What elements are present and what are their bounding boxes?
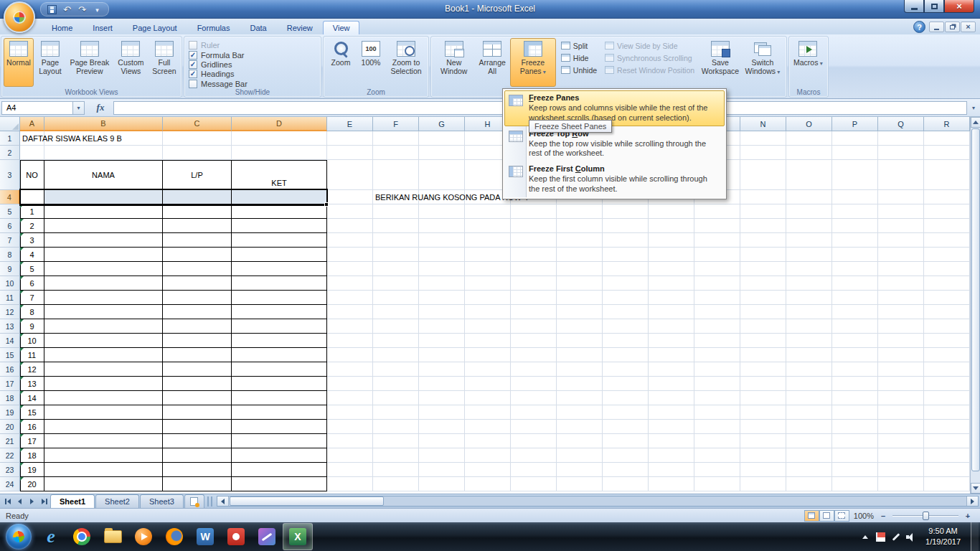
cell-n3[interactable] — [740, 160, 786, 190]
cell-i8[interactable] — [511, 248, 557, 262]
cell-r24[interactable] — [924, 477, 970, 491]
cell-f10[interactable] — [373, 276, 419, 291]
row-header-15[interactable]: 15 — [0, 348, 20, 362]
scroll-up-button[interactable] — [971, 117, 980, 128]
cell-j14[interactable] — [557, 334, 603, 348]
cell-r10[interactable] — [924, 276, 970, 291]
cell-b12[interactable] — [44, 305, 163, 319]
cell-d14[interactable] — [232, 334, 327, 348]
cell-c1[interactable] — [163, 131, 232, 146]
cell-j18[interactable] — [557, 391, 603, 405]
office-button[interactable] — [4, 1, 35, 33]
cell-j13[interactable] — [557, 319, 603, 334]
column-header-g[interactable]: G — [419, 117, 465, 131]
cell-k23[interactable] — [603, 463, 649, 477]
cell-q8[interactable] — [878, 248, 924, 262]
cell-d11[interactable] — [232, 291, 327, 305]
cell-g17[interactable] — [419, 377, 465, 391]
cell-g18[interactable] — [419, 391, 465, 405]
column-header-r[interactable]: R — [924, 117, 970, 131]
cell-q11[interactable] — [878, 291, 924, 305]
cell-g10[interactable] — [419, 276, 465, 291]
cell-p15[interactable] — [832, 348, 878, 362]
cell-h16[interactable] — [465, 362, 511, 377]
cell-r19[interactable] — [924, 405, 970, 420]
row-header-18[interactable]: 18 — [0, 391, 20, 405]
cell-r8[interactable] — [924, 248, 970, 262]
save-button[interactable] — [46, 4, 58, 16]
cell-p18[interactable] — [832, 391, 878, 405]
cell-j22[interactable] — [557, 448, 603, 463]
cell-g20[interactable] — [419, 420, 465, 434]
cell-e9[interactable] — [327, 262, 373, 276]
cell-r13[interactable] — [924, 319, 970, 334]
cell-i5[interactable] — [511, 204, 557, 219]
cell-c19[interactable] — [163, 405, 232, 420]
cell-c16[interactable] — [163, 362, 232, 377]
cell-f23[interactable] — [373, 463, 419, 477]
cell-d21[interactable] — [232, 434, 327, 448]
maximize-button[interactable] — [924, 0, 944, 13]
freeze-panes-button[interactable]: Freeze Panes ▾ — [510, 38, 556, 87]
cell-k24[interactable] — [603, 477, 649, 491]
cell-a23[interactable]: 19 — [20, 463, 44, 477]
cell-c9[interactable] — [163, 262, 232, 276]
cell-b7[interactable] — [44, 233, 163, 248]
row-header-9[interactable]: 9 — [0, 262, 20, 276]
cell-p1[interactable] — [832, 131, 878, 146]
cell-h6[interactable] — [465, 219, 511, 233]
cell-d7[interactable] — [232, 233, 327, 248]
row-header-21[interactable]: 21 — [0, 434, 20, 448]
cell-c20[interactable] — [163, 420, 232, 434]
cell-b15[interactable] — [44, 348, 163, 362]
cell-a17[interactable]: 13 — [20, 377, 44, 391]
cell-a2[interactable] — [20, 146, 44, 160]
cell-a4[interactable] — [20, 190, 44, 204]
cell-a21[interactable]: 17 — [20, 434, 44, 448]
cell-n2[interactable] — [740, 146, 786, 160]
cell-a15[interactable]: 11 — [20, 348, 44, 362]
cell-n12[interactable] — [740, 305, 786, 319]
cell-n16[interactable] — [740, 362, 786, 377]
cell-a24[interactable]: 20 — [20, 477, 44, 491]
cell-j19[interactable] — [557, 405, 603, 420]
cell-m14[interactable] — [694, 334, 740, 348]
cell-o15[interactable] — [786, 348, 832, 362]
cell-o9[interactable] — [786, 262, 832, 276]
cell-b3[interactable]: NAMA — [44, 160, 163, 190]
cell-p21[interactable] — [832, 434, 878, 448]
cell-c8[interactable] — [163, 248, 232, 262]
zoom-in-button[interactable]: + — [963, 512, 973, 520]
cell-l8[interactable] — [649, 248, 694, 262]
cell-b20[interactable] — [44, 420, 163, 434]
volume-icon[interactable] — [906, 532, 915, 542]
cell-d20[interactable] — [232, 420, 327, 434]
column-header-e[interactable]: E — [327, 117, 373, 131]
cell-b11[interactable] — [44, 291, 163, 305]
cell-n23[interactable] — [740, 463, 786, 477]
cell-l16[interactable] — [649, 362, 694, 377]
cell-d15[interactable] — [232, 348, 327, 362]
cell-n4[interactable] — [740, 190, 786, 204]
action-center-icon[interactable] — [876, 532, 885, 542]
cell-j9[interactable] — [557, 262, 603, 276]
cell-k22[interactable] — [603, 448, 649, 463]
cell-q3[interactable] — [878, 160, 924, 190]
cell-c3[interactable]: L/P — [163, 160, 232, 190]
cell-m23[interactable] — [694, 463, 740, 477]
cell-n5[interactable] — [740, 204, 786, 219]
cell-e17[interactable] — [327, 377, 373, 391]
cell-k8[interactable] — [603, 248, 649, 262]
cell-p16[interactable] — [832, 362, 878, 377]
cell-f14[interactable] — [373, 334, 419, 348]
save-workspace-button[interactable]: Save Workspace — [699, 38, 741, 87]
cell-c6[interactable] — [163, 219, 232, 233]
cell-q22[interactable] — [878, 448, 924, 463]
workbook-restore-button[interactable] — [945, 22, 960, 32]
cell-o8[interactable] — [786, 248, 832, 262]
cell-g15[interactable] — [419, 348, 465, 362]
cell-d9[interactable] — [232, 262, 327, 276]
cell-q10[interactable] — [878, 276, 924, 291]
show-hidden-icons-button[interactable] — [860, 535, 870, 539]
cell-c17[interactable] — [163, 377, 232, 391]
